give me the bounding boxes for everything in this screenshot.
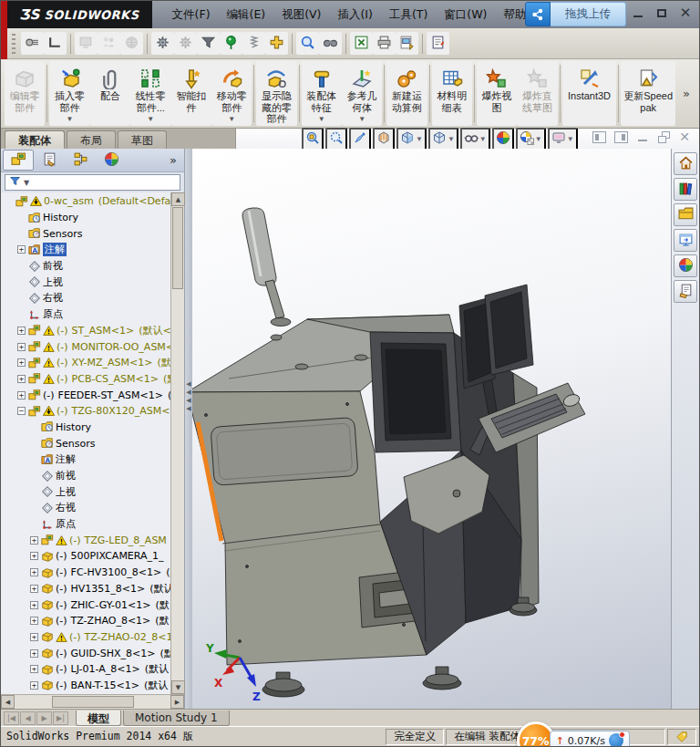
mate-button[interactable]: 配合: [90, 61, 130, 126]
explode-line-sketch-button[interactable]: 爆炸直线草图: [517, 61, 557, 126]
featuremanager-tab[interactable]: [3, 150, 34, 171]
panel-splitter[interactable]: ◀ ◀ ◀ ◀: [185, 149, 192, 709]
tree-item-前视[interactable]: 前视: [3, 258, 170, 275]
maximize-button[interactable]: [654, 5, 670, 20]
tree-expander[interactable]: −: [17, 407, 26, 415]
scroll-right-icon[interactable]: ▶: [170, 695, 184, 709]
tree-item-ST_ASM<1>[interactable]: +(-)ST_ASM<1>(默认<: [3, 323, 170, 339]
tree-item-LJ-01-A_8<1>[interactable]: +(-)LJ-01-A_8<1>(默认: [3, 661, 170, 678]
tree-item-上视[interactable]: 上视: [3, 483, 170, 500]
tree-item-500PIXCAMERA_1_[interactable]: +(-)500PIXCAMERA_1_: [3, 548, 170, 565]
notes-button[interactable]: [427, 32, 449, 55]
section-view-button[interactable]: [373, 128, 395, 150]
tree-item-前视[interactable]: 前视: [3, 468, 170, 484]
home-button[interactable]: [674, 152, 697, 175]
tree-item-Sensors[interactable]: Sensors: [3, 435, 170, 451]
configurationmanager-tab[interactable]: [65, 150, 96, 171]
chevron-down-icon[interactable]: ▼: [448, 135, 455, 143]
tree-expander[interactable]: +: [30, 585, 38, 593]
last-tab-icon[interactable]: ▶|: [53, 711, 68, 725]
tree-item-TZG-80X120_ASM<1[interactable]: −(-)TZG-80X120_ASM<1: [3, 403, 170, 420]
displaymanager-tab[interactable]: [96, 150, 127, 171]
tree-expander[interactable]: +: [17, 343, 26, 351]
move-component-button[interactable]: 移动零部件▼: [211, 61, 252, 126]
funnel-button[interactable]: [197, 32, 220, 55]
tree-expander[interactable]: +: [17, 245, 26, 254]
download-overlay[interactable]: 77% ↑ 0.07K/s: [517, 721, 630, 747]
tree-vertical-scrollbar[interactable]: ▲ ▼: [170, 192, 184, 694]
scroll-down-icon[interactable]: ▼: [171, 680, 185, 694]
doc-minimize-button[interactable]: [636, 131, 649, 143]
tree-item-HV1351_8<1>[interactable]: +(-)HV1351_8<1>(默认: [3, 581, 170, 597]
assembly-features-button[interactable]: 装配体特征▼: [302, 61, 342, 126]
tree-expander[interactable]: +: [30, 633, 38, 641]
tab-装配体[interactable]: 装配体: [5, 130, 65, 149]
tree-item-History[interactable]: History: [3, 210, 170, 226]
linear-component-pattern-button[interactable]: 线性零部件...▼: [130, 61, 170, 126]
exploded-view-button[interactable]: 爆炸视图: [477, 61, 517, 126]
tree-expander[interactable]: +: [30, 568, 38, 576]
tree-item-注解[interactable]: A注解: [3, 451, 170, 468]
hide-show-items-button[interactable]: ▼: [460, 128, 490, 150]
minimize-button[interactable]: [630, 5, 646, 20]
chevron-down-icon[interactable]: ▼: [535, 135, 542, 143]
tree-expander[interactable]: +: [30, 536, 38, 545]
edit-component-button[interactable]: 编辑零部件: [5, 61, 45, 126]
chevron-down-icon[interactable]: ▼: [567, 135, 574, 143]
collapse-arrow-icon[interactable]: ◀: [186, 389, 190, 396]
tree-item-右视[interactable]: 右视: [3, 500, 170, 516]
collapse-arrow-icon[interactable]: ◀: [186, 381, 190, 388]
excel-button[interactable]: [350, 32, 373, 55]
tree-item-ZHIC-GY-01<1>[interactable]: +(-)ZHIC-GY-01<1>(默: [3, 597, 170, 613]
collapse-arrow-icon[interactable]: ◀: [186, 398, 190, 404]
menu-item-4[interactable]: 工具(T): [382, 5, 435, 26]
globe-button[interactable]: [120, 32, 143, 55]
tree-item-注解[interactable]: +A注解: [3, 242, 170, 258]
panel-overflow-button[interactable]: »: [164, 153, 182, 167]
edit-appearance-button[interactable]: [492, 128, 514, 150]
cross-button[interactable]: [265, 32, 288, 55]
custom-properties-button[interactable]: [674, 280, 697, 303]
browser-icon[interactable]: [609, 733, 623, 747]
menu-item-0[interactable]: 文件(F): [165, 5, 218, 26]
tree-horizontal-scrollbar[interactable]: ◀ ▶: [1, 694, 184, 709]
upload-overlay-button[interactable]: 拖拽上传: [525, 2, 626, 26]
tree-item-FEEDER-ST_ASM<1>[interactable]: +(-)FEEDER-ST_ASM<1>(默: [3, 387, 170, 403]
collapse-arrow-icon[interactable]: ◀: [186, 406, 190, 412]
smart-fasteners-button[interactable]: 智能扣件: [171, 61, 211, 126]
design-library-button[interactable]: [674, 203, 697, 226]
menu-item-1[interactable]: 编辑(E): [220, 5, 273, 26]
monitor-button[interactable]: [75, 32, 98, 55]
tree-filter-input[interactable]: ▼: [5, 174, 180, 191]
chevron-down-icon[interactable]: ▼: [416, 135, 423, 143]
appearances-button[interactable]: [674, 254, 697, 277]
zoom-fit-button[interactable]: [302, 128, 324, 150]
tag-cell[interactable]: [667, 729, 696, 745]
magnifier-button[interactable]: [296, 32, 319, 55]
tree-item-Sensors[interactable]: Sensors: [3, 225, 170, 242]
gear-alt-button[interactable]: [174, 32, 197, 55]
view-settings-button[interactable]: ▼: [548, 128, 578, 150]
tree-expander[interactable]: +: [30, 665, 38, 673]
next-tab-icon[interactable]: ▶: [36, 711, 52, 725]
update-speedpak-button[interactable]: 更新Speedpak: [621, 61, 675, 126]
apply-scene-button[interactable]: ▼: [516, 128, 546, 150]
tree-item-BAN-T-15<1>[interactable]: +(-)BAN-T-15<1>(默认: [3, 678, 170, 694]
speed-pill[interactable]: ↑ 0.07K/s: [550, 731, 630, 747]
chevron-down-icon[interactable]: ▼: [479, 135, 487, 143]
toolbar-grip[interactable]: [12, 34, 15, 54]
upload-label[interactable]: 拖拽上传: [551, 2, 626, 26]
new-motion-study-button[interactable]: 新建运动算例: [386, 61, 427, 126]
hscroll-thumb[interactable]: [52, 696, 134, 708]
tab-草图[interactable]: 草图: [118, 130, 167, 149]
bolt-button[interactable]: [21, 32, 44, 55]
tree-expander[interactable]: +: [17, 358, 26, 367]
propertymanager-tab[interactable]: [34, 150, 65, 171]
tab-布局[interactable]: 布局: [67, 130, 116, 149]
tree-item-TZ-ZHAO_8<1>[interactable]: +(-)TZ-ZHAO_8<1>(默: [3, 613, 170, 629]
corner-angle-button[interactable]: [44, 32, 67, 55]
scroll-left-icon[interactable]: ◀: [1, 695, 15, 709]
menu-item-3[interactable]: 插入(I): [330, 5, 379, 26]
chevron-down-icon[interactable]: ▼: [147, 115, 154, 125]
menu-item-2[interactable]: 视图(V): [274, 5, 328, 26]
